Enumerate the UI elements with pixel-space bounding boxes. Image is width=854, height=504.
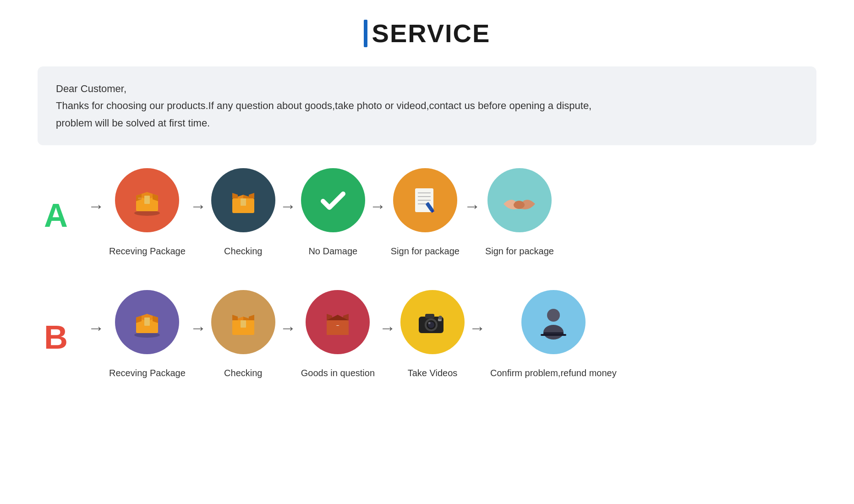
label-b1: Receving Package xyxy=(109,362,186,384)
title-accent-bar xyxy=(364,20,367,47)
title-text: SERVICE xyxy=(372,18,491,48)
arrow-b2: → xyxy=(280,318,296,338)
svg-rect-44 xyxy=(425,314,434,318)
icon-a4-sign xyxy=(393,168,457,232)
svg-marker-35 xyxy=(249,315,254,320)
arrow-b3: → xyxy=(379,318,396,338)
icon-b3-question: ? xyxy=(306,290,370,354)
arrow-b0: → xyxy=(88,318,104,338)
svg-rect-30 xyxy=(144,318,150,326)
svg-rect-12 xyxy=(241,198,246,206)
notice-line3: problem will be solved at first time. xyxy=(56,115,798,131)
label-a3: No Damage xyxy=(308,240,357,263)
icon-a1-receiving xyxy=(115,168,179,232)
step-a3: No Damage xyxy=(301,168,365,263)
label-a4: Sign for package xyxy=(391,240,460,263)
svg-point-48 xyxy=(428,322,431,324)
page-title: SERVICE xyxy=(364,18,491,48)
svg-point-20 xyxy=(514,201,525,209)
arrow-a1: → xyxy=(190,197,207,216)
svg-rect-36 xyxy=(241,320,246,328)
svg-marker-10 xyxy=(232,193,238,198)
svg-rect-5 xyxy=(144,196,150,204)
row-a-label: A xyxy=(38,197,74,234)
notice-line1: Dear Customer, xyxy=(56,80,798,97)
svg-marker-11 xyxy=(249,193,254,198)
label-b2: Checking xyxy=(224,362,262,384)
svg-marker-34 xyxy=(232,315,238,320)
row-b-label: B xyxy=(38,318,74,356)
label-a2: Checking xyxy=(224,240,262,263)
svg-rect-6 xyxy=(138,197,142,199)
label-b3: Goods in question xyxy=(301,362,375,384)
svg-point-50 xyxy=(438,316,442,319)
icon-a3-nodamage xyxy=(301,168,365,232)
svg-rect-42 xyxy=(327,326,349,335)
icon-b4-camera xyxy=(400,290,465,354)
arrow-a3: → xyxy=(370,197,386,216)
arrow-b1: → xyxy=(190,318,207,338)
label-b5: Confirm problem,refund money xyxy=(490,362,617,384)
arrow-a2: → xyxy=(280,197,296,216)
label-a5: Sign for package xyxy=(485,240,554,263)
icon-a5-handshake xyxy=(487,168,552,232)
step-a1: Receving Package xyxy=(109,168,186,263)
arrow-a0: → xyxy=(88,197,104,216)
svg-rect-54 xyxy=(541,334,566,336)
icon-b1-receiving xyxy=(115,290,179,354)
step-b3: ? Goods in question xyxy=(301,290,375,384)
flow-section: A → xyxy=(38,168,816,384)
flow-row-a: A → xyxy=(38,168,816,263)
step-b1: Receving Package xyxy=(109,290,186,384)
icon-b5-confirm xyxy=(521,290,586,354)
step-b4: Take Videos xyxy=(400,290,465,384)
step-b5: Confirm problem,refund money xyxy=(490,290,617,384)
svg-point-51 xyxy=(547,309,560,322)
step-a2: Checking xyxy=(211,168,275,263)
icon-b2-checking xyxy=(211,290,275,354)
flow-row-b: B → Receving Package → xyxy=(38,290,816,384)
step-a5: Sign for package xyxy=(485,168,554,263)
arrow-b4: → xyxy=(469,318,486,338)
step-a4: Sign for package xyxy=(391,168,460,263)
notice-line2: Thanks for choosing our products.If any … xyxy=(56,97,798,114)
icon-a2-checking xyxy=(211,168,275,232)
label-a1: Receving Package xyxy=(109,240,186,263)
arrow-a4: → xyxy=(464,197,481,216)
notice-box: Dear Customer, Thanks for choosing our p… xyxy=(38,66,816,145)
step-b2: Checking xyxy=(211,290,275,384)
label-b4: Take Videos xyxy=(408,362,458,384)
